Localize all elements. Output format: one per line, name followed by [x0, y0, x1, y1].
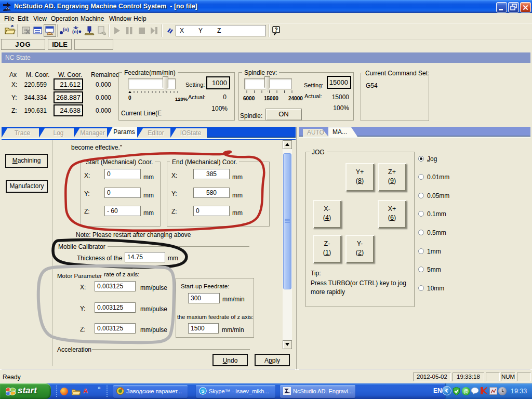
svg-text:S: S — [201, 388, 204, 394]
svg-text:(o): (o) — [63, 27, 69, 32]
svg-text:@: @ — [463, 389, 469, 394]
svg-text:?: ? — [274, 27, 277, 33]
svg-text:(o): (o) — [72, 29, 78, 34]
